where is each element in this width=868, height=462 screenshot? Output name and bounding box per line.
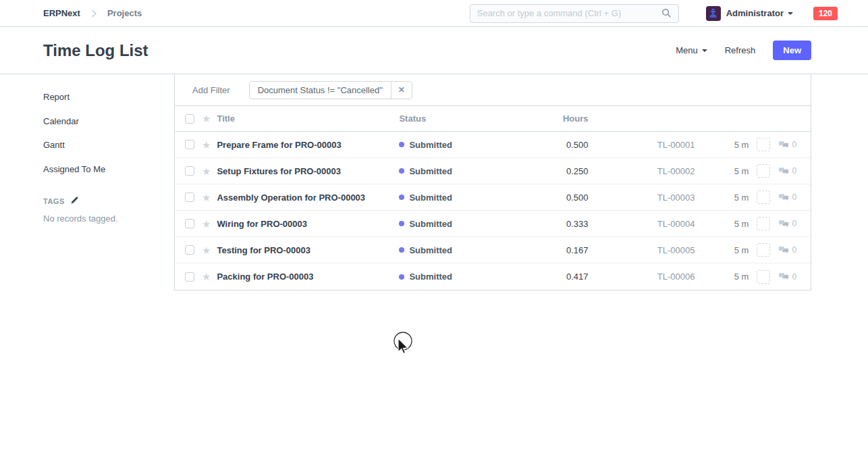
chevron-right-icon — [90, 9, 98, 18]
mouse-cursor — [389, 330, 419, 363]
assign-placeholder-button[interactable] — [757, 190, 770, 204]
comment-icon — [778, 140, 789, 149]
comment-icon — [778, 220, 789, 228]
comments-button[interactable]: 0 — [778, 192, 796, 202]
star-icon[interactable]: ★ — [202, 166, 211, 176]
row-title-link[interactable]: Prepare Frame for PRO-00003 — [217, 140, 341, 150]
edit-tags-pencil-icon[interactable] — [70, 196, 79, 207]
row-id-link[interactable]: TL-00005 — [588, 245, 696, 255]
menu-button[interactable]: Menu — [676, 45, 707, 55]
comment-count: 0 — [792, 219, 796, 228]
star-icon[interactable]: ★ — [202, 219, 211, 229]
sidebar-item-gantt[interactable]: Gantt — [43, 137, 161, 154]
assign-placeholder-button[interactable] — [757, 164, 770, 178]
row-id-link[interactable]: TL-00006 — [588, 272, 696, 282]
comment-count: 0 — [792, 166, 796, 176]
row-status: Submitted — [399, 140, 514, 150]
row-id-link[interactable]: TL-00002 — [588, 166, 696, 176]
comment-icon — [778, 193, 789, 202]
row-checkbox[interactable] — [185, 192, 194, 202]
star-icon[interactable]: ★ — [202, 192, 211, 203]
status-label: Submitted — [409, 245, 452, 255]
row-title-link[interactable]: Wiring for PRO-00003 — [217, 219, 307, 229]
sidebar-item-assigned-to-me[interactable]: Assigned To Me — [43, 161, 161, 178]
row-hours: 0.333 — [514, 219, 588, 229]
table-row[interactable]: ★ Wiring for PRO-00003 Submitted 0.333 T… — [175, 211, 811, 237]
sidebar-item-report[interactable]: Report — [43, 89, 161, 106]
comments-button[interactable]: 0 — [778, 272, 796, 282]
filter-chip-label[interactable]: Document Status != "Cancelled" — [250, 82, 391, 99]
notification-badge[interactable]: 120 — [813, 7, 838, 20]
column-header-title[interactable]: Title — [217, 113, 399, 124]
refresh-button[interactable]: Refresh — [725, 45, 756, 55]
comment-count: 0 — [792, 140, 796, 149]
sidebar: Report Calendar Gantt Assigned To Me TAG… — [0, 74, 174, 224]
assign-placeholder-button[interactable] — [757, 217, 770, 230]
row-checkbox[interactable] — [185, 166, 194, 176]
global-search[interactable] — [470, 4, 679, 23]
comments-button[interactable]: 0 — [778, 140, 796, 149]
table-row[interactable]: ★ Setup Fixtures for PRO-00003 Submitted… — [175, 158, 811, 184]
row-hours: 0.417 — [514, 272, 588, 282]
search-icon[interactable] — [661, 8, 672, 18]
active-filter-chip: Document Status != "Cancelled" ✕ — [249, 81, 412, 99]
avatar — [706, 6, 721, 21]
breadcrumb[interactable]: Projects — [107, 8, 142, 18]
user-name: Administrator — [726, 8, 784, 18]
table-row[interactable]: ★ Assembly Operation for PRO-00003 Submi… — [175, 184, 811, 211]
table-row[interactable]: ★ Packing for PRO-00003 Submitted 0.417 … — [175, 263, 811, 290]
comments-button[interactable]: 0 — [778, 219, 796, 228]
user-menu[interactable]: Administrator — [706, 6, 793, 21]
comment-icon — [778, 272, 789, 281]
page-head: Time Log List Menu Refresh New — [0, 27, 868, 74]
search-input[interactable] — [477, 8, 661, 18]
row-status: Submitted — [399, 219, 514, 229]
row-id-link[interactable]: TL-00004 — [588, 219, 696, 229]
menu-button-label: Menu — [676, 45, 698, 55]
row-modified: 5 m — [696, 272, 757, 282]
row-checkbox[interactable] — [185, 140, 194, 149]
status-dot-icon — [399, 142, 404, 147]
comment-count: 0 — [792, 272, 796, 282]
list-container: Add Filter Document Status != "Cancelled… — [174, 74, 811, 290]
row-hours: 0.167 — [514, 245, 588, 255]
select-all-checkbox[interactable] — [185, 114, 194, 124]
assign-placeholder-button[interactable] — [757, 243, 770, 257]
chevron-down-icon — [788, 12, 793, 15]
new-button[interactable]: New — [773, 41, 811, 60]
row-title-link[interactable]: Packing for PRO-00003 — [217, 272, 313, 282]
page-body: Report Calendar Gantt Assigned To Me TAG… — [0, 74, 868, 290]
row-modified: 5 m — [696, 245, 757, 255]
app-brand[interactable]: ERPNext — [43, 8, 80, 18]
list-header-row: ★ Title Status Hours — [175, 106, 811, 132]
star-icon[interactable]: ★ — [202, 140, 211, 150]
column-header-hours[interactable]: Hours — [514, 113, 588, 124]
click-ring-icon — [394, 332, 412, 350]
row-title-link[interactable]: Testing for PRO-00003 — [217, 245, 310, 255]
status-dot-icon — [399, 274, 404, 280]
assign-placeholder-button[interactable] — [757, 138, 770, 151]
row-hours: 0.500 — [514, 192, 588, 203]
row-checkbox[interactable] — [185, 219, 194, 228]
sidebar-item-calendar[interactable]: Calendar — [43, 113, 161, 130]
row-modified: 5 m — [696, 192, 757, 203]
status-label: Submitted — [409, 219, 452, 229]
comments-button[interactable]: 0 — [778, 166, 796, 176]
row-title-link[interactable]: Setup Fixtures for PRO-00003 — [217, 166, 341, 176]
table-row[interactable]: ★ Prepare Frame for PRO-00003 Submitted … — [175, 132, 811, 158]
add-filter-button[interactable]: Add Filter — [192, 85, 230, 95]
star-icon[interactable]: ★ — [202, 272, 211, 282]
assign-placeholder-button[interactable] — [757, 270, 770, 284]
row-title-link[interactable]: Assembly Operation for PRO-00003 — [217, 192, 365, 203]
table-row[interactable]: ★ Testing for PRO-00003 Submitted 0.167 … — [175, 237, 811, 263]
star-column-icon[interactable]: ★ — [202, 113, 211, 124]
row-id-link[interactable]: TL-00001 — [588, 140, 696, 150]
comments-button[interactable]: 0 — [778, 245, 796, 255]
column-header-status[interactable]: Status — [399, 113, 514, 124]
row-checkbox[interactable] — [185, 272, 194, 282]
page-actions: Menu Refresh New — [676, 41, 811, 60]
remove-filter-icon[interactable]: ✕ — [391, 82, 412, 99]
row-id-link[interactable]: TL-00003 — [588, 192, 696, 203]
row-checkbox[interactable] — [185, 245, 194, 255]
star-icon[interactable]: ★ — [202, 245, 211, 255]
